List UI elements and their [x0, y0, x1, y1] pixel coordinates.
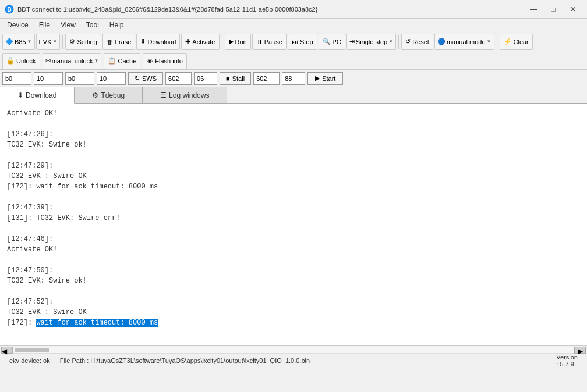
cache-button[interactable]: 📋 Cache [104, 53, 140, 69]
scroll-left-button[interactable]: ◀ [1, 347, 13, 354]
pause-label: Pause [264, 38, 282, 45]
tdebug-tab-icon: ⚙ [92, 91, 98, 99]
list-item: [131]: TC32 EVK: Swire err! [7, 213, 580, 223]
start-icon: ▶ [315, 74, 320, 82]
flash-info-label: Flash info [155, 58, 183, 65]
minimize-button[interactable]: — [524, 3, 543, 15]
close-button[interactable]: ✕ [564, 3, 582, 15]
hscroll-track[interactable] [13, 347, 574, 354]
menu-help[interactable]: Help [105, 20, 129, 30]
val1-input[interactable] [165, 72, 192, 85]
manual-unlock-dropdown[interactable]: ✉ manual unlock ▼ [43, 53, 102, 69]
titlebar: B BDT connect to 1:usb#vid_248a&pid_8266… [0, 0, 587, 19]
logwindows-tab-icon: ☰ [160, 91, 167, 99]
list-item: [12:47:52]: [7, 297, 580, 307]
list-item: [12:47:29]: [7, 161, 580, 171]
activate-button[interactable]: ✚ Activate [181, 34, 219, 50]
list-item: TC32 EVK : Swire OK [7, 307, 580, 318]
maximize-button[interactable]: □ [544, 3, 563, 15]
menu-device[interactable]: Device [2, 20, 33, 30]
menubar: Device File View Tool Help [0, 19, 587, 31]
highlighted-text: wait for ack timeout: 8000 ms [36, 319, 158, 327]
single-step-arrow-icon: ▼ [388, 39, 393, 44]
scroll-right-button[interactable]: ▶ [574, 347, 586, 354]
unlock-button[interactable]: 🔓 Unlock [2, 53, 40, 69]
list-item: [12:47:46]: [7, 234, 580, 244]
tab-download[interactable]: ⬇ Download [0, 87, 75, 104]
download-tab-icon: ⬇ [17, 91, 23, 99]
pause-button[interactable]: ⏸ Pause [252, 34, 287, 50]
manual-unlock-label: manual unlock [52, 58, 93, 65]
log-area[interactable]: Activate OK! [12:47:26]: TC32 EVK: Swire… [0, 104, 587, 345]
window-controls: — □ ✕ [524, 3, 582, 15]
flash-info-icon: 👁 [147, 58, 153, 65]
val2-input[interactable] [194, 72, 217, 85]
download-button[interactable]: ⬇ Download [136, 34, 180, 50]
setting-icon: ⚙ [69, 38, 75, 45]
sws-refresh-icon: ↻ [135, 74, 140, 82]
list-item [7, 223, 580, 234]
b85-dropdown[interactable]: 🔷 B85 ▼ [2, 34, 35, 50]
horizontal-scrollbar[interactable]: ◀ ▶ [0, 345, 587, 354]
stall-label: Stall [232, 75, 245, 82]
input3[interactable] [65, 72, 94, 85]
download-tab-label: Download [26, 91, 56, 99]
stall-button[interactable]: ■ Stall [220, 72, 251, 85]
separator1 [62, 35, 63, 49]
hscroll-thumb[interactable] [15, 348, 49, 352]
download-icon: ⬇ [140, 38, 146, 45]
menu-file[interactable]: File [34, 20, 55, 30]
manual-mode-dropdown[interactable]: 🔵 manual mode ▼ [434, 34, 494, 50]
manual-mode-arrow-icon: ▼ [487, 39, 491, 44]
input4[interactable] [97, 72, 126, 85]
list-item [7, 286, 580, 297]
val3-input[interactable] [253, 72, 280, 85]
single-step-dropdown[interactable]: ⇥ Single step ▼ [346, 34, 396, 50]
pc-label: PC [333, 38, 341, 45]
start-button[interactable]: ▶ Start [307, 72, 343, 85]
app-icon: B [5, 5, 14, 14]
input1[interactable] [2, 72, 31, 85]
input2[interactable] [34, 72, 63, 85]
pc-button[interactable]: 🔍 PC [319, 34, 345, 50]
evk-label: EVK [39, 38, 52, 45]
unlock-icon: 🔓 [6, 57, 15, 65]
reset-button[interactable]: ↺ Reset [401, 34, 433, 50]
tab-tdebug[interactable]: ⚙ Tdebug [75, 87, 143, 103]
menu-tool[interactable]: Tool [82, 20, 104, 30]
status-bar: ekv device: ok File Path : H:\tuyaOsZT3L… [0, 354, 587, 366]
erase-icon: 🗑 [107, 38, 113, 45]
reset-icon: ↺ [405, 38, 411, 45]
list-item: TC32 EVK: Swire ok! [7, 276, 580, 286]
sws-button[interactable]: ↻ SWS [128, 72, 163, 85]
list-item [7, 192, 580, 202]
cache-label: Cache [118, 58, 136, 65]
b85-label: B85 [15, 38, 26, 45]
flash-info-button[interactable]: 👁 Flash info [143, 53, 187, 69]
input-row: ↻ SWS ■ Stall ▶ Start [0, 70, 587, 87]
evk-dropdown[interactable]: EVK ▼ [36, 34, 61, 50]
setting-button[interactable]: ⚙ Setting [65, 34, 101, 50]
step-button[interactable]: ⏭ Step [288, 34, 317, 50]
val4-input[interactable] [282, 72, 305, 85]
b85-icon: 🔷 [5, 38, 13, 45]
erase-button[interactable]: 🗑 Erase [102, 34, 136, 50]
list-item [7, 150, 580, 161]
list-item [7, 255, 580, 265]
run-label: Run [235, 38, 247, 45]
activate-icon: ✚ [185, 38, 190, 45]
activate-label: Activate [192, 38, 215, 45]
tab-logwindows[interactable]: ☰ Log windows [143, 87, 227, 103]
titlebar-left: B BDT connect to 1:usb#vid_248a&pid_8266… [5, 5, 317, 14]
status-filepath: File Path : H:\tuyaOsZT3L\software\TuyaO… [55, 354, 552, 366]
sws-label: SWS [142, 75, 157, 82]
manual-unlock-arrow-icon: ▼ [94, 58, 99, 63]
pc-icon: 🔍 [323, 38, 331, 45]
run-button[interactable]: ▶ Run [225, 34, 251, 50]
clear-button[interactable]: ⚡ Clear [500, 34, 533, 50]
unlock-label: Unlock [16, 58, 36, 65]
tab-bar: ⬇ Download ⚙ Tdebug ☰ Log windows [0, 87, 587, 104]
reset-label: Reset [412, 38, 429, 45]
menu-view[interactable]: View [56, 20, 80, 30]
clear-label: Clear [514, 38, 529, 45]
